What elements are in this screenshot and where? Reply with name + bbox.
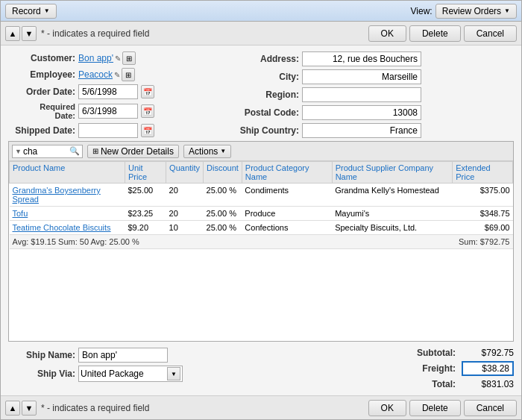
summary-supplier (332, 235, 453, 249)
required-date-input[interactable] (78, 104, 138, 119)
search-box: ▼ 🔍 (12, 145, 83, 158)
col-product-name[interactable]: Product Name (10, 162, 125, 184)
orders-table: Product Name Unit Price Quantity Discoun… (9, 161, 513, 249)
form-right: Address: City: Region: Postal Code: Ship… (232, 51, 514, 138)
cell-product: Teatime Chocolate Biscuits (10, 221, 125, 235)
employee-link[interactable]: Peacock (78, 69, 113, 80)
record-menu-button[interactable]: Record ▼ (5, 4, 57, 19)
form-section: Customer: Bon app' ✎ ⊞ Employee: Peacock… (8, 51, 514, 138)
table-summary-row: Avg: $19.15 Sum: 50 Avg: 25.00 % Sum: $7… (10, 235, 513, 249)
subtotal-value: $792.75 (462, 348, 514, 358)
bottom-delete-button[interactable]: Delete (409, 400, 461, 416)
ship-via-row: Ship Via: United Package ▼ (8, 366, 232, 382)
table-row: Grandma's Boysenberry Spread $25.00 20 2… (10, 184, 513, 207)
record-chevron-icon: ▼ (44, 7, 50, 14)
top-action-buttons: OK Delete Cancel (368, 25, 517, 42)
cell-product: Grandma's Boysenberry Spread (10, 184, 125, 207)
bottom-toolbar: ▲ ▼ * - indicates a required field OK De… (1, 395, 521, 419)
cell-extended-price: $375.00 (453, 184, 513, 207)
total-value: $831.03 (462, 379, 514, 389)
search-input[interactable] (23, 146, 68, 157)
view-value: Review Orders (442, 6, 501, 16)
ship-country-row: Ship Country: (232, 123, 514, 138)
new-order-label: New Order Details (101, 146, 174, 157)
cell-discount: 25.00 % (204, 207, 242, 221)
new-order-details-button[interactable]: ⊞ New Order Details (87, 145, 179, 158)
ship-country-input[interactable] (302, 123, 421, 138)
address-input[interactable] (302, 51, 421, 66)
view-menu-button[interactable]: Review Orders ▼ (435, 4, 517, 19)
ship-via-select-wrapper: United Package ▼ (78, 366, 183, 382)
freight-input[interactable] (462, 361, 514, 376)
cell-category: Produce (242, 207, 332, 221)
ship-via-value: United Package (81, 369, 167, 379)
summary-category (242, 235, 332, 249)
city-label: City: (232, 72, 299, 82)
cancel-button[interactable]: Cancel (464, 25, 517, 42)
employee-grid-icon[interactable]: ⊞ (122, 68, 135, 81)
bottom-cancel-button[interactable]: Cancel (464, 400, 517, 416)
order-date-calendar-icon[interactable]: 📅 (141, 85, 154, 98)
total-row: Total: $831.03 (403, 379, 514, 389)
record-label: Record (12, 6, 41, 16)
city-input[interactable] (302, 69, 421, 84)
bottom-right-totals: Subtotal: $792.75 Freight: Total: $831.0… (239, 348, 514, 389)
freight-label: Freight: (403, 363, 456, 374)
employee-edit-icon[interactable]: ✎ (114, 71, 120, 79)
bottom-ok-button[interactable]: OK (368, 400, 406, 416)
total-label: Total: (403, 379, 456, 389)
col-discount[interactable]: Discount (204, 162, 242, 184)
address-label: Address: (232, 54, 299, 64)
required-date-label: RequiredDate: (8, 102, 75, 120)
col-supplier[interactable]: Product Supplier Company Name (332, 162, 453, 184)
cell-discount: 25.00 % (204, 221, 242, 235)
region-input[interactable] (302, 87, 421, 102)
customer-label: Customer: (8, 53, 75, 63)
required-date-calendar-icon[interactable]: 📅 (141, 104, 154, 118)
col-extended-price[interactable]: Extended Price (453, 162, 513, 184)
summary-right: Sum: $792.75 (453, 235, 513, 249)
cell-supplier: Mayumi's (332, 207, 453, 221)
form-left: Customer: Bon app' ✎ ⊞ Employee: Peacock… (8, 51, 217, 138)
cell-unit-price: $23.25 (125, 207, 166, 221)
bottom-left-form: Ship Name: Ship Via: United Package ▼ (8, 348, 232, 389)
actions-button[interactable]: Actions ▼ (183, 145, 231, 158)
customer-edit-icon[interactable]: ✎ (115, 54, 121, 63)
postal-code-row: Postal Code: (232, 105, 514, 120)
col-unit-price[interactable]: Unit Price (125, 162, 166, 184)
cell-category: Condiments (242, 184, 332, 207)
freight-row: Freight: (403, 361, 514, 376)
nav-up-button[interactable]: ▲ (5, 26, 20, 41)
order-date-label: Order Date: (8, 87, 75, 97)
cell-product: Tofu (10, 207, 125, 221)
ship-country-label: Ship Country: (232, 125, 299, 136)
cell-quantity: 10 (166, 221, 204, 235)
nav-down-button[interactable]: ▼ (22, 26, 37, 41)
bottom-form: Ship Name: Ship Via: United Package ▼ Su… (8, 348, 514, 389)
search-icon[interactable]: 🔍 (69, 146, 80, 156)
actions-chevron-icon: ▼ (220, 148, 226, 154)
col-quantity[interactable]: Quantity (166, 162, 204, 184)
view-chevron-icon: ▼ (504, 7, 510, 14)
postal-code-input[interactable] (302, 105, 421, 120)
region-label: Region: (232, 90, 299, 100)
shipped-date-input[interactable] (78, 123, 138, 138)
ship-name-label: Ship Name: (8, 350, 75, 360)
col-category[interactable]: Product Category Name (242, 162, 332, 184)
customer-grid-icon[interactable]: ⊞ (122, 51, 136, 65)
ship-via-dropdown-icon[interactable]: ▼ (167, 367, 180, 380)
customer-link[interactable]: Bon app' (78, 53, 113, 63)
city-row: City: (232, 69, 514, 84)
shipped-date-label: Shipped Date: (8, 125, 75, 136)
table-row: Teatime Chocolate Biscuits $9.20 10 25.0… (10, 221, 513, 235)
ok-button[interactable]: OK (368, 25, 406, 42)
ship-name-input[interactable] (78, 348, 168, 363)
shipped-date-calendar-icon[interactable]: 📅 (141, 124, 154, 137)
cell-supplier: Grandma Kelly's Homestead (332, 184, 453, 207)
ship-name-row: Ship Name: (8, 348, 232, 363)
order-date-input[interactable] (78, 84, 138, 99)
bottom-nav-up-button[interactable]: ▲ (5, 401, 20, 416)
delete-button[interactable]: Delete (409, 25, 461, 42)
subtotal-row: Subtotal: $792.75 (403, 348, 514, 358)
bottom-nav-down-button[interactable]: ▼ (22, 401, 37, 416)
